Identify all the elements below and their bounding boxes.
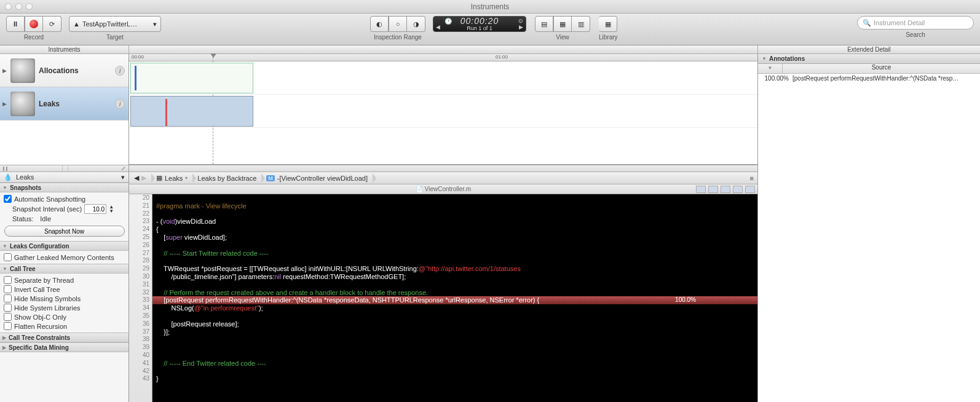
range-clear-button[interactable]: ○: [389, 16, 407, 32]
source-column-header[interactable]: Source: [783, 64, 980, 73]
gather-leaked-checkbox[interactable]: Gather Leaked Memory Contents: [4, 253, 125, 262]
hide-system-checkbox[interactable]: Hide System Libraries: [4, 303, 125, 312]
timeline[interactable]: 00:00 01:00: [129, 54, 757, 165]
data-mining-header[interactable]: ▶Specific Data Mining: [0, 342, 128, 352]
action-icon[interactable]: [696, 186, 706, 193]
grip-icon[interactable]: ⋮⋮: [60, 165, 71, 171]
menu-icon[interactable]: ≡: [750, 175, 754, 182]
show-objc-checkbox[interactable]: Show Obj-C Only: [4, 312, 125, 321]
code-line: [156, 210, 757, 218]
view-label: View: [556, 34, 569, 41]
chevron-icon: ▾: [153, 20, 157, 28]
code-editor[interactable]: 2021222324252627282930313233343536373839…: [129, 194, 757, 402]
ruler-tick-1: 01:00: [496, 54, 508, 60]
code-line: [156, 344, 757, 352]
jump-method[interactable]: M -[ViewController viewDidLoad]: [261, 172, 373, 184]
jump-leaks[interactable]: ▦Leaks▾: [151, 172, 192, 184]
annotation-row[interactable]: 100.00% [postRequest performRequestWithH…: [758, 74, 980, 83]
file-icon: 📄: [416, 186, 423, 192]
jump-history[interactable]: ◀▶: [129, 172, 151, 184]
action-icon[interactable]: [721, 186, 730, 193]
next-run-icon[interactable]: ▶: [519, 24, 523, 30]
allocations-graph: [130, 63, 253, 93]
annotation-pct: 100.00%: [758, 75, 792, 82]
pause-button[interactable]: II: [6, 16, 25, 32]
call-tree-header[interactable]: ▼Call Tree: [0, 264, 128, 274]
pct-column-header[interactable]: ▼: [758, 64, 783, 73]
timeline-mini-toolbar: [129, 165, 757, 172]
disclosure-icon[interactable]: ▶: [2, 101, 7, 107]
code-line: #pragma mark - View lifecycle: [156, 202, 757, 210]
left-column: ▶ Allocations i ▶ Leaks i ⫿⫿ ⋮⋮ ⤢ 💧 Leak…: [0, 54, 129, 402]
leaks-config-header[interactable]: ▼Leaks Configuration: [0, 241, 128, 251]
snapshots-header[interactable]: ▼Snapshots: [0, 183, 128, 192]
column-header-strip: Instruments Extended Detail: [0, 45, 980, 54]
range-right-button[interactable]: ◑: [407, 16, 425, 32]
code-line: [156, 242, 757, 250]
info-icon[interactable]: i: [115, 99, 125, 109]
leaks-selector[interactable]: 💧 Leaks ▾: [0, 172, 128, 183]
code-line: NSLog(@"in performrequest");: [156, 304, 757, 312]
view-extended-button[interactable]: ▥: [572, 16, 590, 32]
file-bar: 📄 ViewController.m: [129, 184, 757, 194]
prev-run-icon[interactable]: ◀: [436, 24, 440, 30]
target-label: Target: [106, 34, 124, 41]
annotations-header[interactable]: ▼Annotations: [758, 54, 980, 64]
titlebar: Instruments: [0, 0, 980, 14]
chevron-down-icon: ▾: [121, 173, 125, 181]
flatten-recursion-checkbox[interactable]: Flatten Recursion: [4, 321, 125, 331]
expand-icon[interactable]: ⤢: [121, 165, 126, 171]
target-icon: ▲: [73, 20, 80, 28]
record-button[interactable]: [25, 16, 43, 32]
clock-icon: 🕐: [445, 18, 452, 25]
line-gutter: 2021222324252627282930313233343536373839…: [129, 194, 152, 402]
allocations-lane[interactable]: [129, 61, 757, 95]
toolbar: II ⟳ Record ▲ TestAppTwitterL… ▾ Target …: [0, 14, 980, 45]
allocations-track[interactable]: ▶ Allocations i: [0, 54, 128, 87]
ruler-tick-0: 00:00: [132, 54, 144, 60]
view-console-button[interactable]: ▦: [553, 16, 572, 32]
action-icon[interactable]: [708, 186, 718, 193]
info-icon[interactable]: i: [115, 66, 125, 76]
right-panel: ▼Annotations ▼ Source 100.00% [postReque…: [757, 54, 980, 402]
code-line: {: [156, 226, 757, 234]
jump-backtrace[interactable]: Leaks by Backtrace: [192, 172, 261, 184]
search-label: Search: [906, 31, 925, 38]
left-mini-toolbar: ⫿⫿ ⋮⋮ ⤢: [0, 165, 128, 172]
loop-button[interactable]: ⟳: [43, 16, 61, 32]
code-line: }: [156, 375, 757, 383]
auto-snapshot-checkbox[interactable]: Automatic Snapshotting: [4, 194, 125, 203]
jump-bar[interactable]: ◀▶ ▦Leaks▾ Leaks by Backtrace M -[ViewCo…: [129, 172, 757, 184]
allocations-label: Allocations: [39, 66, 79, 75]
leaks-lane[interactable]: [129, 95, 757, 128]
leaks-track[interactable]: ▶ Leaks i: [0, 87, 128, 120]
invert-call-tree-checkbox[interactable]: Invert Call Tree: [4, 285, 125, 294]
range-left-button[interactable]: ◐: [370, 16, 389, 32]
code-line: - (void)viewDidLoad: [156, 218, 757, 226]
time-ruler[interactable]: 00:00 01:00: [129, 54, 757, 61]
code-line: // ----- End Twitter related code ----: [156, 360, 757, 368]
hide-missing-checkbox[interactable]: Hide Missing Symbols: [4, 294, 125, 303]
code-line: /public_timeline.json"] parameters:nil r…: [156, 273, 757, 281]
code-lines: #pragma mark - View lifecycle- (void)vie…: [152, 194, 757, 402]
method-icon: M: [266, 175, 275, 181]
annotations-columns: ▼ Source: [758, 64, 980, 74]
playhead-icon: [210, 53, 216, 58]
action-icon[interactable]: [733, 186, 743, 193]
target-selector[interactable]: ▲ TestAppTwitterL… ▾: [69, 16, 161, 32]
library-button[interactable]: ▦: [599, 16, 617, 32]
stepper-icon[interactable]: ▲▼: [109, 205, 114, 213]
time-display: ◀ 🕐 00:00:20 Run 1 of 1 ▶ ⊙: [433, 16, 526, 32]
search-input[interactable]: 🔍 Instrument Detail: [857, 16, 974, 30]
elapsed-time: 00:00:20: [460, 17, 499, 25]
gear-icon[interactable]: [745, 186, 755, 193]
code-line: [156, 336, 757, 344]
separate-thread-checkbox[interactable]: Separate by Thread: [4, 275, 125, 285]
snapshot-now-button[interactable]: Snapshot Now: [4, 226, 125, 237]
snapshot-interval-input[interactable]: [84, 204, 106, 214]
extended-detail-header: Extended Detail: [757, 45, 980, 53]
constraints-header[interactable]: ▶Call Tree Constraints: [0, 333, 128, 342]
disclosure-icon[interactable]: ▶: [2, 68, 7, 74]
view-strategy-button[interactable]: ▤: [535, 16, 553, 32]
graph-icon[interactable]: ⫿⫿: [2, 165, 9, 171]
